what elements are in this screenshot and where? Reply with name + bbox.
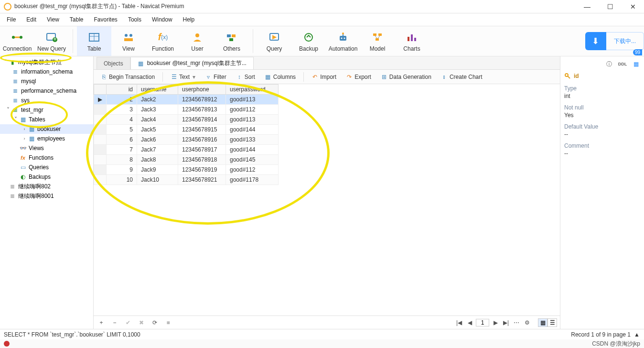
connection-tree[interactable]: ˅▮ mysql集群主节点 ≣information_schema ≣mysql… <box>0 56 94 329</box>
tree-host-802[interactable]: ≣继续嗨啊802 <box>0 182 93 191</box>
tree-db-performance-schema[interactable]: ≣performance_schema <box>0 86 93 96</box>
form-view-button[interactable]: ☰ <box>547 318 557 327</box>
prev-page-button[interactable]: ◀ <box>465 319 474 326</box>
col-userpassword[interactable]: userpassword <box>226 85 279 95</box>
table-row[interactable]: 7Jack712345678917good#144 <box>94 145 279 155</box>
menu-tools[interactable]: Tools <box>123 15 146 24</box>
tree-db-information-schema[interactable]: ≣information_schema <box>0 67 93 76</box>
grid-props-button[interactable]: ▦ <box>632 60 640 68</box>
view-button[interactable]: View <box>111 26 146 56</box>
tree-table-employees[interactable]: ›▦employees <box>0 134 93 143</box>
tree-db-test-mgr[interactable]: ˅≣test_mgr <box>0 105 93 115</box>
user-button[interactable]: User <box>180 26 215 56</box>
cell-username[interactable]: Jack5 <box>137 125 178 135</box>
grid-view-button[interactable]: ▦ <box>538 318 547 327</box>
tree-db-sys[interactable]: ≣sys <box>0 96 93 105</box>
cell-userpassword[interactable]: good#1178 <box>226 175 279 185</box>
backup-button[interactable]: Backup <box>291 26 326 56</box>
sort-button[interactable]: ↕Sort <box>232 72 259 82</box>
tree-table-bookuser[interactable]: ›▦bookuser <box>0 124 93 134</box>
cell-userphone[interactable]: 12345678917 <box>178 145 226 155</box>
table-row[interactable]: 6Jack612345678916good#133 <box>94 135 279 145</box>
cell-username[interactable]: Jack2 <box>137 95 178 105</box>
new-query-button[interactable]: + New Query <box>34 26 69 56</box>
tab-bookuser[interactable]: ▦bookuser @test_mgr (mysql集群主节... <box>130 57 254 69</box>
tree-functions-folder[interactable]: fxFunctions <box>0 153 93 163</box>
cell-username[interactable]: Jack4 <box>137 115 178 125</box>
tab-objects[interactable]: Objects <box>97 57 130 69</box>
filter-button[interactable]: ▿Filter <box>201 72 230 82</box>
charts-button[interactable]: Charts <box>395 26 429 56</box>
table-row[interactable]: 9Jack912345678919good#112 <box>94 165 279 175</box>
model-button[interactable]: Model <box>360 26 395 56</box>
table-row[interactable]: 4Jack412345678914good#113 <box>94 115 279 125</box>
cell-userphone[interactable]: 12345678919 <box>178 165 226 175</box>
connection-button[interactable]: Connection <box>0 26 34 56</box>
download-button[interactable]: ⬇ 下载中... <box>585 32 644 50</box>
cell-username[interactable]: Jack3 <box>137 105 178 115</box>
table-row[interactable]: 3Jack312345678913good#112 <box>94 105 279 115</box>
cell-userpassword[interactable]: good#112 <box>226 105 279 115</box>
table-row[interactable]: ▶2Jack212345678912good#113 <box>94 95 279 105</box>
cell-userpassword[interactable]: good#144 <box>226 125 279 135</box>
col-username[interactable]: username <box>137 85 178 95</box>
tree-connection[interactable]: ˅▮ mysql集群主节点 <box>0 57 93 67</box>
cell-id[interactable]: 7 <box>107 145 137 155</box>
info-view-button[interactable]: ⓘ <box>605 60 613 68</box>
minimize-button[interactable]: — <box>580 3 594 11</box>
automation-button[interactable]: Automation <box>326 26 360 56</box>
delete-row-button[interactable]: − <box>110 319 119 326</box>
tree-tables-folder[interactable]: ˅▦Tables <box>0 115 93 124</box>
cell-userphone[interactable]: 12345678913 <box>178 105 226 115</box>
cell-id[interactable]: 5 <box>107 125 137 135</box>
first-page-button[interactable]: |◀ <box>455 319 463 326</box>
query-button[interactable]: ▶ Query <box>257 26 291 56</box>
cell-userphone[interactable]: 12345678914 <box>178 115 226 125</box>
cell-userphone[interactable]: 12345678921 <box>178 175 226 185</box>
add-row-button[interactable]: + <box>97 319 106 326</box>
data-generation-button[interactable]: ⊞Data Generation <box>377 72 435 82</box>
cell-username[interactable]: Jack7 <box>137 145 178 155</box>
cell-userpassword[interactable]: good#133 <box>226 135 279 145</box>
table-row[interactable]: 5Jack512345678915good#144 <box>94 125 279 135</box>
next-page-button[interactable]: ▶ <box>491 319 500 326</box>
ddl-view-button[interactable]: DDL <box>618 60 627 68</box>
cancel-button[interactable]: ✖ <box>137 319 146 326</box>
menu-help[interactable]: Help <box>178 15 200 24</box>
cell-userpassword[interactable]: good#112 <box>226 165 279 175</box>
cell-username[interactable]: Jack9 <box>137 165 178 175</box>
tree-views-folder[interactable]: 👓Views <box>0 143 93 153</box>
function-button[interactable]: f(x) Function <box>146 26 180 56</box>
table-button[interactable]: Table <box>77 26 111 56</box>
menu-view[interactable]: View <box>42 15 64 24</box>
tree-host-8001[interactable]: ≣继续嗨啊8001 <box>0 191 93 201</box>
stop-button[interactable]: ■ <box>163 319 173 326</box>
cell-username[interactable]: Jack8 <box>137 155 178 165</box>
maximize-button[interactable]: ☐ <box>603 3 617 11</box>
cell-id[interactable]: 9 <box>107 165 137 175</box>
refresh-button[interactable]: ⟳ <box>150 319 160 326</box>
menu-window[interactable]: Window <box>147 15 177 24</box>
data-grid[interactable]: id username userphone userpassword ▶2Jac… <box>94 84 560 315</box>
tree-backups-folder[interactable]: ◐Backups <box>0 172 93 182</box>
tree-db-mysql[interactable]: ≣mysql <box>0 76 93 86</box>
close-button[interactable]: ✕ <box>626 3 640 11</box>
cell-userphone[interactable]: 12345678916 <box>178 135 226 145</box>
create-chart-button[interactable]: ⫾Create Chart <box>437 72 486 82</box>
cell-id[interactable]: 3 <box>107 105 137 115</box>
col-userphone[interactable]: userphone <box>178 85 226 95</box>
last-page-button[interactable]: ▶| <box>502 319 510 326</box>
pager-settings-button[interactable]: ⚙ <box>523 319 531 326</box>
menu-favorites[interactable]: Favorites <box>89 15 122 24</box>
table-row[interactable]: 10Jack1012345678921good#1178 <box>94 175 279 185</box>
import-button[interactable]: ↶Import <box>308 72 340 82</box>
cell-id[interactable]: 6 <box>107 135 137 145</box>
cell-userphone[interactable]: 12345678912 <box>178 95 226 105</box>
menu-file[interactable]: File <box>2 15 21 24</box>
col-id[interactable]: id <box>107 85 137 95</box>
cell-userphone[interactable]: 12345678918 <box>178 155 226 165</box>
cell-userpassword[interactable]: good#145 <box>226 155 279 165</box>
cell-userphone[interactable]: 12345678915 <box>178 125 226 135</box>
cell-id[interactable]: 4 <box>107 115 137 125</box>
cell-userpassword[interactable]: good#144 <box>226 145 279 155</box>
